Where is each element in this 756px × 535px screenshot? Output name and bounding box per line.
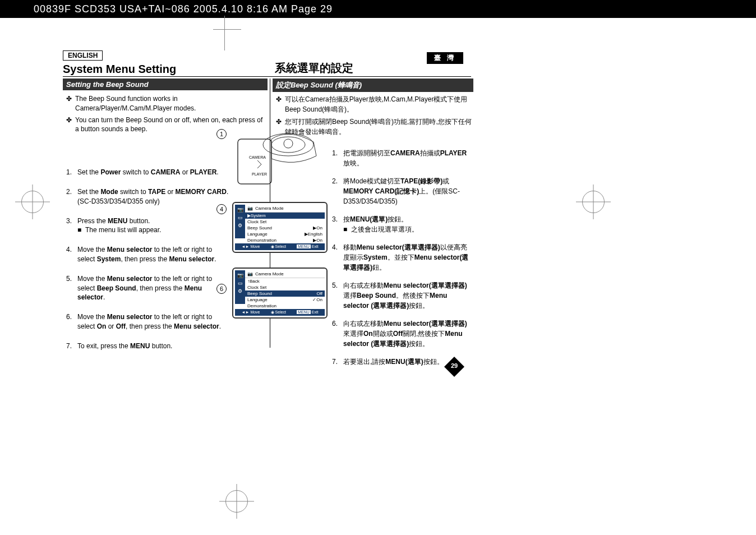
en-step-1: 1.Set the Power switch to CAMERA or PLAY… bbox=[66, 168, 229, 177]
gear-icon: ⚙ bbox=[238, 223, 242, 228]
title-english: System Menu Setting bbox=[63, 63, 176, 76]
tw-step-1: 1.把電源開關切至CAMERA拍攝或PLAYER放映。 bbox=[332, 148, 472, 168]
player-label: PLAYER bbox=[252, 172, 267, 176]
spine-mark-v bbox=[224, 16, 225, 50]
tw-bullet-1: ✤可以在Camera拍攝及Player放映,M.Cam,M.Player模式下使… bbox=[276, 94, 472, 114]
menu-item-clock-2: Clock Set bbox=[245, 284, 325, 290]
en-step-4: 4.Move the Menu selector to the left or … bbox=[66, 245, 229, 264]
spine-mark-h bbox=[213, 29, 241, 30]
menu-item-clock: Clock Set bbox=[245, 219, 325, 225]
camera-dial-illustration: CAMERA PLAYER bbox=[232, 128, 328, 195]
camera-label: CAMERA bbox=[249, 155, 266, 159]
tape-icon: ▭ bbox=[238, 215, 243, 220]
menu-footer-2: ◄► Move ◉ Select MENU Exit bbox=[235, 309, 325, 316]
gear-icon: ⚙ bbox=[238, 288, 242, 294]
menu-item-demo-2: Demonstration bbox=[245, 303, 325, 309]
page-number-badge: 29 bbox=[443, 356, 465, 378]
en-step-5: 5.Move the Menu selector to the left or … bbox=[66, 274, 229, 302]
crop-mark-bottom bbox=[225, 490, 253, 518]
tw-step-3: 3.按MENU(選單)按鈕。■之後會出現選單選項。 bbox=[332, 214, 472, 234]
menu-item-language: Language▶English bbox=[245, 231, 325, 237]
en-step-3: 3.Press the MENU button.■The menu list w… bbox=[66, 216, 229, 236]
header-text: 00839F SCD353 USA+TAI~086 2005.4.10 8:16… bbox=[34, 3, 333, 15]
crop-mark-left bbox=[21, 191, 49, 219]
menu-item-language-2: Language✓On bbox=[245, 297, 325, 303]
lang-taiwan-badge: 臺 灣 bbox=[427, 52, 463, 64]
tw-step-6: 6.向右或左移動Menu selector(選單選擇器)來選擇On開啟或Off關… bbox=[332, 319, 472, 349]
tw-step-2: 2.將Mode模式鍵切至TAPE(錄影帶)或MEMORY CARD(記憶卡)上。… bbox=[332, 176, 472, 206]
lang-english-badge: ENGLISH bbox=[63, 50, 103, 61]
subtitle-chinese: 設定Beep Sound (蜂鳴音) bbox=[273, 79, 473, 92]
en-step-6: 6.Move the Menu selector to the left or … bbox=[66, 312, 229, 331]
figures: 1 CAMERA PLAYER 4 📷 ▭ ⚙ 📷Camera Mode bbox=[232, 128, 328, 319]
file-header: 00839F SCD353 USA+TAI~086 2005.4.10 8:16… bbox=[0, 0, 756, 18]
menu-screenshot-2: 📷 ▭ ⚙ 📷Camera Mode ↑ Back Clock Set Beep… bbox=[232, 268, 328, 319]
menu-sidebar-icons-2: 📷 ▭ ⚙ bbox=[235, 270, 245, 304]
title-underline bbox=[63, 76, 471, 77]
crop-mark-right bbox=[582, 191, 610, 219]
en-step-7: 7.To exit, press the MENU button. bbox=[66, 342, 229, 351]
tape-icon: ▭ bbox=[238, 280, 243, 286]
svg-rect-0 bbox=[238, 139, 271, 184]
menu-screenshot-1: 📷 ▭ ⚙ 📷Camera Mode ▶System Clock Set Bee… bbox=[232, 202, 328, 253]
tw-step-5: 5.向右或左移動Menu selector(選單選擇器)選擇Beep Sound… bbox=[332, 280, 472, 311]
menu-title-2: Camera Mode bbox=[255, 271, 284, 276]
tw-step-4: 4.移動Menu selector(選單選擇器)以便高亮度顯示System。並按… bbox=[332, 242, 472, 273]
menu-item-demo: Demonstration▶On bbox=[245, 237, 325, 243]
title-chinese: 系統選單的設定 bbox=[275, 61, 353, 76]
menu-sidebar-icons: 📷 ▭ ⚙ bbox=[235, 205, 245, 238]
figure-number-4: 4 bbox=[216, 204, 227, 214]
figure-number-6: 6 bbox=[216, 284, 227, 294]
camera-icon: 📷 bbox=[237, 207, 243, 213]
menu-item-system: ▶System bbox=[245, 213, 325, 219]
menu-item-back: ↑ Back bbox=[245, 278, 325, 284]
svg-point-3 bbox=[284, 139, 293, 148]
camera-icon: 📷 bbox=[237, 273, 243, 278]
en-step-2: 2.Set the Mode switch to TAPE or MEMORY … bbox=[66, 187, 229, 206]
menu-item-beep-2: Beep SoundOff bbox=[245, 290, 325, 297]
menu-title: Camera Mode bbox=[255, 206, 284, 211]
chinese-steps: 1.把電源開關切至CAMERA拍攝或PLAYER放映。 2.將Mode模式鍵切至… bbox=[332, 148, 472, 367]
figure-number-1: 1 bbox=[216, 129, 227, 139]
en-bullet-1: ✤The Beep Sound function works in Camera… bbox=[66, 94, 265, 113]
subtitle-english: Setting the Beep Sound bbox=[63, 79, 268, 90]
menu-item-beep: Beep Sound▶On bbox=[245, 225, 325, 231]
menu-footer: ◄► Move ◉ Select MENU Exit bbox=[235, 243, 325, 250]
